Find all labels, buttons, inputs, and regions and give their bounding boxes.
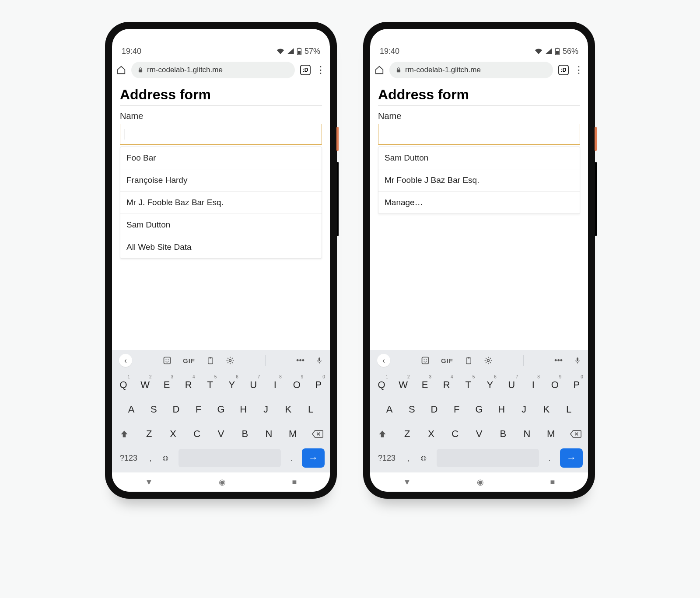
- gif-button[interactable]: GIF: [441, 357, 453, 364]
- tab-count-button[interactable]: :D: [300, 65, 311, 75]
- more-icon[interactable]: •••: [554, 356, 563, 365]
- home-icon[interactable]: [116, 65, 126, 75]
- key-q[interactable]: Q1: [374, 374, 389, 395]
- backspace-key[interactable]: [567, 423, 584, 444]
- autofill-option[interactable]: All Web Site Data: [120, 236, 322, 258]
- url-bar[interactable]: rm-codelab-1.glitch.me: [131, 62, 295, 78]
- key-u[interactable]: U7: [504, 374, 519, 395]
- key-s[interactable]: S: [146, 399, 161, 420]
- key-e[interactable]: E3: [417, 374, 433, 395]
- emoji-key[interactable]: ☺: [161, 453, 174, 463]
- symbols-key[interactable]: ?123: [117, 448, 140, 468]
- period-key[interactable]: .: [285, 448, 298, 468]
- key-j[interactable]: J: [258, 399, 274, 420]
- key-x[interactable]: X: [424, 423, 439, 444]
- emoji-key[interactable]: ☺: [419, 453, 432, 463]
- key-t[interactable]: T5: [202, 374, 218, 395]
- key-v[interactable]: V: [213, 423, 229, 444]
- autofill-option[interactable]: Mr Fooble J Baz Bar Esq.: [378, 169, 580, 192]
- nav-home-icon[interactable]: ◉: [219, 477, 226, 487]
- key-j[interactable]: J: [516, 399, 532, 420]
- key-a[interactable]: A: [382, 399, 397, 420]
- key-l[interactable]: L: [561, 399, 577, 420]
- comma-key[interactable]: ,: [402, 448, 415, 468]
- kebab-menu-icon[interactable]: ⋮: [574, 64, 584, 76]
- key-e[interactable]: E3: [159, 374, 175, 395]
- clipboard-icon[interactable]: [465, 356, 472, 365]
- key-p[interactable]: P0: [569, 374, 584, 395]
- key-a[interactable]: A: [123, 399, 139, 420]
- nav-back-icon[interactable]: ▼: [145, 478, 153, 487]
- key-b[interactable]: B: [495, 423, 511, 444]
- tab-count-button[interactable]: :D: [558, 65, 569, 75]
- key-y[interactable]: Y6: [482, 374, 498, 395]
- autofill-option[interactable]: Sam Dutton: [378, 147, 580, 169]
- key-m[interactable]: M: [285, 423, 301, 444]
- autofill-option[interactable]: Foo Bar: [120, 147, 322, 169]
- backspace-key[interactable]: [309, 423, 326, 444]
- key-s[interactable]: S: [404, 399, 420, 420]
- key-n[interactable]: N: [519, 423, 535, 444]
- name-input[interactable]: [120, 124, 322, 145]
- key-h[interactable]: H: [235, 399, 251, 420]
- key-i[interactable]: I8: [525, 374, 541, 395]
- key-d[interactable]: D: [427, 399, 442, 420]
- key-z[interactable]: Z: [399, 423, 415, 444]
- space-key[interactable]: [178, 449, 281, 467]
- key-d[interactable]: D: [168, 399, 184, 420]
- key-u[interactable]: U7: [245, 374, 261, 395]
- key-h[interactable]: H: [494, 399, 509, 420]
- key-k[interactable]: K: [280, 399, 296, 420]
- name-input[interactable]: [378, 124, 580, 145]
- mic-icon[interactable]: [316, 356, 323, 365]
- key-v[interactable]: V: [471, 423, 487, 444]
- key-g[interactable]: G: [471, 399, 487, 420]
- kebab-menu-icon[interactable]: ⋮: [316, 64, 326, 76]
- key-g[interactable]: G: [213, 399, 229, 420]
- nav-back-icon[interactable]: ▼: [403, 478, 411, 487]
- key-x[interactable]: X: [165, 423, 181, 444]
- nav-recent-icon[interactable]: ■: [550, 478, 555, 487]
- mic-icon[interactable]: [574, 356, 581, 365]
- more-icon[interactable]: •••: [296, 356, 304, 365]
- key-w[interactable]: W2: [396, 374, 411, 395]
- key-b[interactable]: B: [237, 423, 253, 444]
- autofill-option[interactable]: Manage…: [378, 192, 580, 213]
- key-z[interactable]: Z: [141, 423, 157, 444]
- comma-key[interactable]: ,: [144, 448, 157, 468]
- key-t[interactable]: T5: [460, 374, 476, 395]
- key-p[interactable]: P0: [311, 374, 326, 395]
- key-o[interactable]: O9: [547, 374, 563, 395]
- key-y[interactable]: Y6: [224, 374, 240, 395]
- key-c[interactable]: C: [189, 423, 205, 444]
- period-key[interactable]: .: [543, 448, 556, 468]
- gear-icon[interactable]: [226, 356, 234, 365]
- collapse-icon[interactable]: ‹: [377, 354, 390, 367]
- sticker-icon[interactable]: [421, 356, 430, 365]
- key-f[interactable]: F: [449, 399, 465, 420]
- key-w[interactable]: W2: [137, 374, 153, 395]
- clipboard-icon[interactable]: [206, 356, 214, 365]
- home-icon[interactable]: [374, 65, 384, 75]
- key-r[interactable]: R4: [439, 374, 455, 395]
- enter-key[interactable]: →: [560, 448, 583, 468]
- sticker-icon[interactable]: [163, 356, 172, 365]
- nav-recent-icon[interactable]: ■: [292, 478, 297, 487]
- key-l[interactable]: L: [303, 399, 318, 420]
- shift-key[interactable]: [374, 423, 391, 444]
- key-i[interactable]: I8: [267, 374, 283, 395]
- url-bar[interactable]: rm-codelab-1.glitch.me: [389, 62, 553, 78]
- autofill-option[interactable]: Françoise Hardy: [120, 169, 322, 192]
- key-n[interactable]: N: [261, 423, 277, 444]
- key-o[interactable]: O9: [289, 374, 304, 395]
- key-k[interactable]: K: [539, 399, 554, 420]
- key-m[interactable]: M: [543, 423, 559, 444]
- key-q[interactable]: Q1: [116, 374, 131, 395]
- space-key[interactable]: [437, 449, 539, 467]
- symbols-key[interactable]: ?123: [375, 448, 398, 468]
- collapse-icon[interactable]: ‹: [119, 354, 132, 367]
- gif-button[interactable]: GIF: [183, 357, 195, 364]
- key-f[interactable]: F: [191, 399, 206, 420]
- autofill-option[interactable]: Sam Dutton: [120, 214, 322, 236]
- key-r[interactable]: R4: [181, 374, 196, 395]
